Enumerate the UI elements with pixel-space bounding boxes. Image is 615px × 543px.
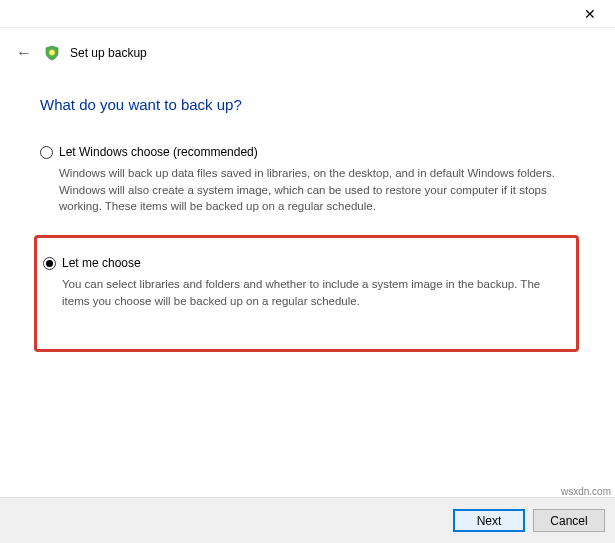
svg-point-0 xyxy=(49,50,55,56)
option-label: Let Windows choose (recommended) xyxy=(59,145,258,159)
option-windows-choose[interactable]: Let Windows choose (recommended) Windows… xyxy=(40,139,579,225)
back-arrow-icon[interactable]: ← xyxy=(14,42,34,64)
option-description: Windows will back up data files saved in… xyxy=(59,165,569,215)
next-button[interactable]: Next xyxy=(453,509,525,532)
backup-shield-icon xyxy=(44,45,60,61)
content-area: What do you want to back up? Let Windows… xyxy=(0,68,615,372)
option-label: Let me choose xyxy=(62,256,141,270)
cancel-button[interactable]: Cancel xyxy=(533,509,605,532)
radio-let-me-choose[interactable] xyxy=(43,257,56,270)
titlebar: ✕ xyxy=(0,0,615,28)
close-icon[interactable]: ✕ xyxy=(575,7,605,21)
header-title: Set up backup xyxy=(70,46,147,60)
option-let-me-choose[interactable]: Let me choose You can select libraries a… xyxy=(34,235,579,352)
page-heading: What do you want to back up? xyxy=(40,96,579,113)
wizard-header: ← Set up backup xyxy=(0,28,615,68)
option-description: You can select libraries and folders and… xyxy=(62,276,566,309)
watermark: wsxdn.com xyxy=(561,486,611,497)
radio-windows-choose[interactable] xyxy=(40,146,53,159)
wizard-footer: Next Cancel xyxy=(0,497,615,543)
